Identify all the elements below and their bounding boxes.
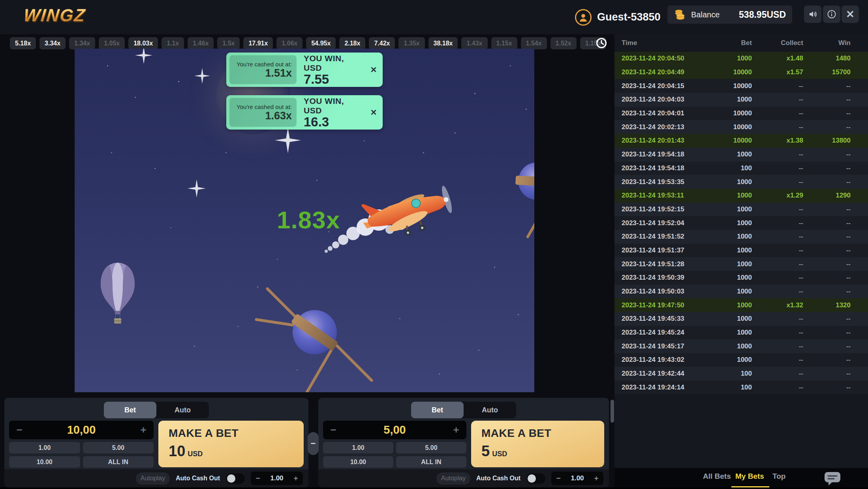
stepper-increase-button[interactable]: + (289, 474, 303, 483)
toast-close-icon[interactable]: × (364, 64, 383, 76)
bet-amount-value[interactable]: 5,00 (344, 423, 446, 436)
star-dot (316, 180, 318, 181)
star-dot (111, 152, 112, 153)
auto-cashout-label: Auto Cash Out (176, 475, 220, 482)
panel-link-button[interactable]: − (308, 432, 319, 455)
bet-history-row: 2023-11-24 19:53:111000x1.291290 (614, 189, 868, 203)
decrease-bet-button[interactable]: − (323, 424, 344, 436)
bet-mode-tabs: Bet Auto (104, 402, 209, 418)
balance-value: 538.95USD (739, 9, 786, 20)
star-dot (494, 267, 495, 268)
bet-history-row: 2023-11-24 20:04:4910000x1.5715700 (614, 66, 868, 79)
sound-button[interactable] (804, 6, 821, 23)
scrollbar-thumb[interactable] (611, 400, 614, 423)
star-dot (474, 93, 475, 94)
increase-bet-button[interactable]: + (446, 424, 466, 436)
bet-history-row: 2023-11-24 19:53:351000---- (614, 175, 868, 189)
tab-top[interactable]: Top (772, 472, 785, 481)
col-collect: Collect (752, 39, 803, 47)
make-a-bet-button[interactable]: MAKE A BET 10USD (158, 421, 304, 467)
make-a-bet-button[interactable]: MAKE A BET 5USD (471, 421, 604, 467)
auto-cashout-label: Auto Cash Out (476, 475, 520, 482)
quick-bet-all-in[interactable]: ALL IN (396, 456, 466, 468)
tab-all-bets[interactable]: All Bets (703, 472, 731, 481)
star-dot (154, 168, 156, 169)
auto-cashout-toggle[interactable] (226, 473, 245, 484)
bets-table-body: 2023-11-24 20:04:501000x1.4814802023-11-… (614, 52, 868, 394)
star-dot (423, 152, 424, 153)
cashed-out-multiplier: 1.51x (265, 68, 292, 79)
quick-bet-5[interactable]: 5.00 (396, 442, 466, 453)
quick-bet-10[interactable]: 10.00 (323, 456, 393, 468)
multiplier-chip: 1.1x (162, 37, 184, 49)
history-clock-icon (595, 36, 608, 50)
stepper-increase-button[interactable]: + (589, 474, 603, 483)
win-amount: 7.55 (304, 73, 364, 86)
quick-bet-1[interactable]: 1.00 (323, 442, 393, 453)
bet-amount-value[interactable]: 10,00 (30, 423, 133, 436)
multiplier-chip: 1.43x (461, 37, 487, 49)
satellite-sputnik-edge (483, 137, 534, 245)
bets-sidebar: Time Bet Collect Win 2023-11-24 20:04:50… (614, 34, 868, 468)
sidebar-footer: All Bets My Bets Top (614, 468, 868, 489)
tab-bet[interactable]: Bet (411, 402, 464, 418)
multiplier-chip: 18.03x (128, 37, 158, 49)
tab-my-bets[interactable]: My Bets (735, 472, 764, 481)
bet-history-row: 2023-11-24 20:04:031000---- (614, 93, 868, 107)
quick-bet-all-in[interactable]: ALL IN (83, 456, 154, 468)
multiplier-chip: 1.52x (550, 37, 577, 49)
stepper-decrease-button[interactable]: − (551, 474, 566, 483)
bet-history-row: 2023-11-24 19:45:241000---- (614, 326, 868, 340)
hot-air-balloon (98, 261, 138, 324)
multiplier-chip: 38.18x (428, 37, 458, 49)
multiplier-chip: 3.34x (39, 37, 66, 49)
top-bar: WINGZ Guest-53850 Balance 538.95USD ✕ (0, 0, 868, 34)
bet-history-row: 2023-11-24 19:50:391000---- (614, 271, 868, 285)
tab-auto[interactable]: Auto (156, 402, 209, 418)
bet-panel-1: Bet Auto − 10,00 + 1.00 5.00 10.00 ALL I… (4, 398, 308, 487)
col-win: Win (803, 39, 851, 47)
toggle-knob (227, 474, 235, 483)
speaker-icon (808, 9, 817, 19)
quick-bet-10[interactable]: 10.00 (9, 456, 80, 468)
multiplier-chip: 7.42x (369, 37, 395, 49)
tab-auto[interactable]: Auto (464, 402, 516, 418)
auto-cashout-value[interactable]: 1.00 (566, 474, 589, 482)
sparkle-star (135, 49, 152, 64)
bet-history-row: 2023-11-24 19:50:031000---- (614, 285, 868, 299)
auto-cashout-value[interactable]: 1.00 (265, 474, 289, 482)
sparkle-star (188, 179, 206, 197)
quick-bet-1[interactable]: 1.00 (9, 442, 80, 453)
toast-close-icon[interactable]: × (364, 106, 383, 118)
chat-button[interactable] (823, 470, 842, 488)
info-button[interactable] (823, 6, 840, 23)
multiplier-history: 5.18x3.34x1.34x1.05x18.03x1.1x1.46x1.5x1… (10, 37, 608, 50)
bet-mode-tabs: Bet Auto (411, 402, 516, 418)
sparkle-star (194, 68, 210, 84)
quick-bet-5[interactable]: 5.00 (83, 442, 154, 453)
close-button[interactable]: ✕ (842, 6, 859, 23)
cashout-toast-left: You're cashed out at: 1.51x (229, 55, 297, 84)
auto-cashout-toggle[interactable] (526, 473, 545, 484)
history-expand-button[interactable] (594, 36, 609, 51)
decrease-bet-button[interactable]: − (9, 424, 30, 436)
stepper-decrease-button[interactable]: − (251, 474, 265, 483)
bottom-strip (0, 487, 868, 489)
bet-history-row: 2023-11-24 19:52:151000---- (614, 203, 868, 216)
balance-label: Balance (691, 10, 720, 19)
autoplay-button[interactable]: Autoplay (136, 472, 170, 485)
bet-history-row: 2023-11-24 19:52:041000---- (614, 216, 868, 230)
tab-bet[interactable]: Bet (104, 402, 156, 418)
increase-bet-button[interactable]: + (133, 424, 154, 436)
you-win-label: YOU WIN, USD (304, 54, 364, 73)
autoplay-button[interactable]: Autoplay (436, 472, 470, 485)
bet-history-row: 2023-11-24 20:02:1310000---- (614, 120, 868, 134)
bet-history-row: 2023-11-24 20:04:0110000---- (614, 107, 868, 120)
star-dot (225, 152, 227, 153)
star-dot (364, 140, 365, 141)
make-a-bet-currency: USD (188, 450, 203, 458)
airplane (351, 167, 465, 258)
star-dot (277, 259, 278, 260)
bet-history-row: 2023-11-24 19:24:14100---- (614, 381, 868, 395)
info-icon (827, 9, 836, 19)
